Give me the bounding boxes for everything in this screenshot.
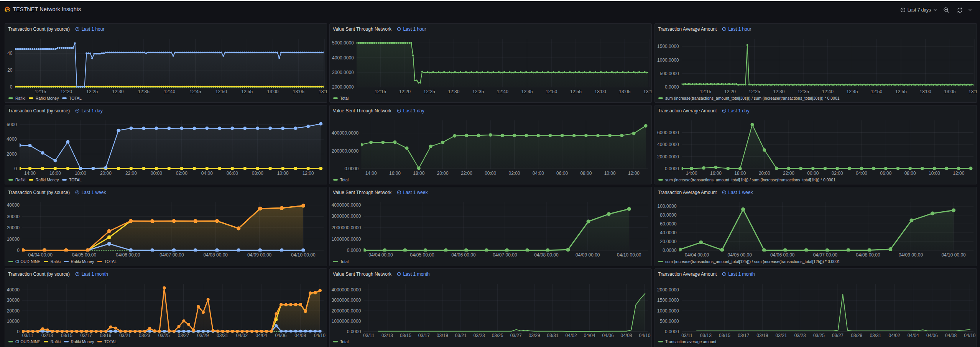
svg-text:12:55: 12:55 xyxy=(241,89,253,94)
svg-text:12:30: 12:30 xyxy=(448,89,459,94)
svg-text:03/15: 03/15 xyxy=(61,333,72,338)
svg-text:12:50: 12:50 xyxy=(546,89,557,94)
svg-text:04/04 00:00: 04/04 00:00 xyxy=(685,252,709,258)
svg-text:04/05 00:00: 04/05 00:00 xyxy=(72,252,97,258)
svg-text:40000: 40000 xyxy=(7,202,20,208)
svg-text:4000.0000: 4000.0000 xyxy=(657,142,679,147)
svg-text:04/04: 04/04 xyxy=(256,333,267,338)
svg-text:04/04: 04/04 xyxy=(908,333,919,338)
svg-text:0.0000: 0.0000 xyxy=(665,329,679,334)
svg-text:0: 0 xyxy=(17,329,20,334)
svg-text:04/06: 04/06 xyxy=(275,333,286,338)
svg-text:40000: 40000 xyxy=(7,287,20,293)
svg-text:12:55: 12:55 xyxy=(895,89,907,94)
svg-text:03/31: 03/31 xyxy=(547,333,559,338)
svg-text:03/19: 03/19 xyxy=(437,333,448,338)
svg-text:12:25: 12:25 xyxy=(86,89,98,94)
svg-text:03/21: 03/21 xyxy=(775,333,787,338)
svg-text:12:15: 12:15 xyxy=(375,89,386,94)
svg-text:20.0000: 20.0000 xyxy=(660,239,677,244)
svg-text:08:00: 08:00 xyxy=(252,171,263,176)
svg-text:12:15: 12:15 xyxy=(35,89,46,94)
svg-text:04/02: 04/02 xyxy=(236,333,248,338)
svg-text:12:15: 12:15 xyxy=(700,89,711,94)
svg-text:12:40: 12:40 xyxy=(822,89,834,94)
svg-text:04/02: 04/02 xyxy=(889,333,900,338)
svg-text:04/10 00:00: 04/10 00:00 xyxy=(941,252,966,258)
svg-text:03/17: 03/17 xyxy=(418,333,430,338)
svg-text:12:00: 12:00 xyxy=(953,171,964,176)
svg-text:12:00: 12:00 xyxy=(303,171,314,176)
svg-text:04/05 00:00: 04/05 00:00 xyxy=(410,252,434,258)
svg-text:06:00: 06:00 xyxy=(880,171,891,176)
svg-text:03/23: 03/23 xyxy=(139,333,150,338)
svg-text:20:00: 20:00 xyxy=(759,171,770,176)
svg-text:6000: 6000 xyxy=(7,122,17,127)
svg-text:500.0000: 500.0000 xyxy=(660,71,679,76)
svg-text:0: 0 xyxy=(14,166,17,171)
svg-text:04/06 00:00: 04/06 00:00 xyxy=(770,252,795,258)
svg-text:03/15: 03/15 xyxy=(719,333,730,338)
svg-text:22:00: 22:00 xyxy=(125,171,137,176)
svg-text:04/10 00:00: 04/10 00:00 xyxy=(291,252,316,258)
svg-text:3000.0000: 3000.0000 xyxy=(332,70,354,75)
svg-text:16:00: 16:00 xyxy=(49,171,61,176)
svg-text:2000000.0000: 2000000.0000 xyxy=(332,308,361,314)
svg-text:03/29: 03/29 xyxy=(851,333,862,338)
svg-text:12:45: 12:45 xyxy=(846,89,858,94)
svg-text:30000: 30000 xyxy=(7,298,20,303)
svg-text:5000.0000: 5000.0000 xyxy=(332,40,354,46)
svg-text:02:00: 02:00 xyxy=(176,171,187,176)
svg-text:12:40: 12:40 xyxy=(164,89,175,94)
svg-text:500.0000: 500.0000 xyxy=(660,319,679,324)
svg-text:04/04 00:00: 04/04 00:00 xyxy=(28,252,53,258)
svg-text:400000.0000: 400000.0000 xyxy=(332,130,358,136)
svg-text:18:00: 18:00 xyxy=(734,171,746,176)
svg-text:1000000.0000: 1000000.0000 xyxy=(332,237,361,242)
svg-text:12:25: 12:25 xyxy=(749,89,760,94)
svg-text:30000: 30000 xyxy=(7,214,20,219)
svg-text:04/08 00:00: 04/08 00:00 xyxy=(534,252,559,258)
svg-text:12:00: 12:00 xyxy=(628,171,640,176)
svg-text:13:10: 13:10 xyxy=(319,89,327,94)
svg-text:18:00: 18:00 xyxy=(413,171,424,176)
svg-text:20000: 20000 xyxy=(7,225,20,230)
svg-text:03/23: 03/23 xyxy=(794,333,806,338)
svg-text:13:00: 13:00 xyxy=(920,89,931,94)
svg-text:40: 40 xyxy=(7,51,13,56)
svg-text:03/21: 03/21 xyxy=(455,333,467,338)
svg-text:13:10: 13:10 xyxy=(968,89,977,94)
svg-text:04/07 00:00: 04/07 00:00 xyxy=(813,252,838,258)
svg-text:04/09 00:00: 04/09 00:00 xyxy=(247,252,272,258)
svg-text:2000.0000: 2000.0000 xyxy=(657,154,679,160)
svg-text:13:05: 13:05 xyxy=(944,89,955,94)
svg-text:04:00: 04:00 xyxy=(533,171,544,176)
svg-text:10000: 10000 xyxy=(7,237,20,242)
svg-text:0.0000: 0.0000 xyxy=(347,248,361,253)
svg-text:3000000.0000: 3000000.0000 xyxy=(332,298,361,303)
svg-text:12:55: 12:55 xyxy=(570,89,582,94)
svg-text:12:50: 12:50 xyxy=(215,89,227,94)
svg-text:04/04: 04/04 xyxy=(584,333,595,338)
svg-text:10:00: 10:00 xyxy=(604,171,616,176)
svg-text:14:00: 14:00 xyxy=(686,171,697,176)
svg-text:4000: 4000 xyxy=(7,136,17,142)
svg-text:0.0000: 0.0000 xyxy=(663,248,677,253)
svg-text:2000: 2000 xyxy=(7,151,17,157)
svg-text:4000.0000: 4000.0000 xyxy=(332,55,354,61)
svg-text:02:00: 02:00 xyxy=(508,171,520,176)
svg-text:12:45: 12:45 xyxy=(189,89,201,94)
svg-text:03/27: 03/27 xyxy=(510,333,522,338)
svg-text:02:00: 02:00 xyxy=(832,171,843,176)
svg-text:00:00: 00:00 xyxy=(151,171,162,176)
svg-text:1000.0000: 1000.0000 xyxy=(657,308,679,314)
svg-text:04/08 00:00: 04/08 00:00 xyxy=(856,252,880,258)
svg-text:20:00: 20:00 xyxy=(100,171,112,176)
svg-text:0.0000: 0.0000 xyxy=(347,329,361,334)
svg-text:12:30: 12:30 xyxy=(773,89,784,94)
svg-text:04/07 00:00: 04/07 00:00 xyxy=(159,252,184,258)
svg-text:03/25: 03/25 xyxy=(492,333,503,338)
svg-text:1500.0000: 1500.0000 xyxy=(657,298,679,303)
svg-text:03/17: 03/17 xyxy=(81,333,92,338)
svg-text:08:00: 08:00 xyxy=(904,171,916,176)
